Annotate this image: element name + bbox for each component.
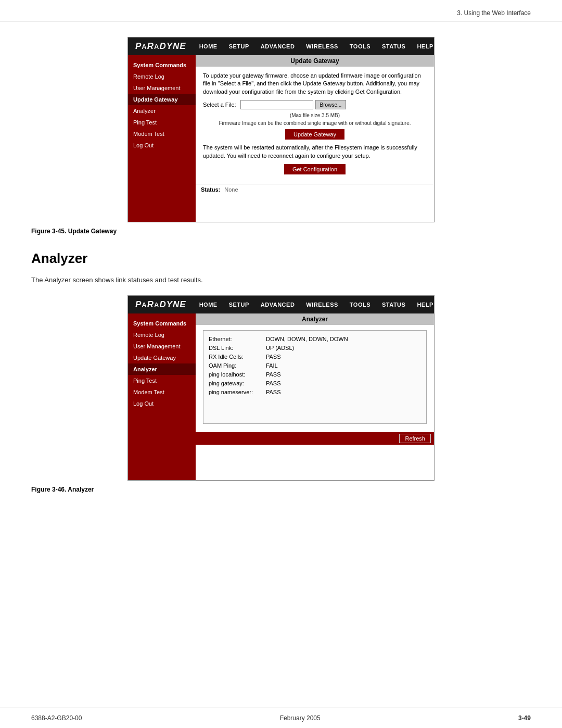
sidebar-user-management-update[interactable]: User Management (128, 82, 196, 94)
analyzer-value: PASS (266, 371, 281, 378)
nav-home-analyzer[interactable]: HOME (194, 296, 223, 313)
nav-setup-update[interactable]: SETUP (223, 37, 255, 55)
status-label: Status: (201, 186, 220, 193)
router-body-analyzer: System Commands Remote Log User Manageme… (128, 313, 434, 480)
nav-setup-analyzer[interactable]: SETUP (223, 296, 255, 313)
footer-right: 3-49 (518, 714, 531, 722)
footer-left: 6388-A2-GB20-00 (31, 714, 82, 722)
update-gateway-content: To update your gateway firmware, choose … (196, 67, 434, 184)
page-footer: 6388-A2-GB20-00 February 2005 3-49 (0, 708, 562, 728)
page-header: 3. Using the Web Interface (0, 0, 562, 21)
analyzer-value: PASS (266, 380, 281, 386)
update-gateway-ui: PARADYNE HOME SETUP ADVANCED WIRELESS TO… (127, 37, 435, 222)
router-main-update: Update Gateway To update your gateway fi… (196, 55, 434, 222)
analyzer-row: ping localhost: PASS (209, 371, 421, 378)
sidebar-modem-test-update[interactable]: Modem Test (128, 128, 196, 140)
analyzer-row: DSL Link: UP (ADSL) (209, 345, 421, 351)
get-configuration-button[interactable]: Get Configuration (284, 164, 346, 174)
sidebar-ping-test-analyzer[interactable]: Ping Test (128, 375, 196, 386)
router-nav-analyzer: PARADYNE HOME SETUP ADVANCED WIRELESS TO… (128, 296, 434, 313)
nav-tools-update[interactable]: TOOLS (344, 37, 376, 55)
status-value: None (224, 186, 238, 193)
analyzer-panel-title: Analyzer (196, 313, 434, 325)
sidebar-update-gateway-update[interactable]: Update Gateway (128, 94, 196, 105)
analyzer-value: DOWN, DOWN, DOWN, DOWN (266, 336, 348, 342)
analyzer-key: DSL Link: (209, 345, 266, 351)
analyzer-ui: PARADYNE HOME SETUP ADVANCED WIRELESS TO… (127, 295, 435, 481)
nav-advanced-analyzer[interactable]: ADVANCED (255, 296, 301, 313)
file-input[interactable] (240, 100, 313, 109)
select-file-row: Select a File: Browse... (203, 100, 427, 109)
refresh-button[interactable]: Refresh (399, 434, 431, 443)
analyzer-key: ping localhost: (209, 371, 266, 378)
router-logo-update: PARADYNE (128, 41, 194, 52)
analyzer-value: FAIL (266, 362, 278, 369)
analyzer-value: UP (ADSL) (266, 345, 294, 351)
analyzer-key: ping nameserver: (209, 389, 266, 395)
footer-center: February 2005 (280, 714, 321, 722)
analyzer-value: PASS (266, 354, 281, 360)
nav-wireless-analyzer[interactable]: WIRELESS (300, 296, 343, 313)
sidebar-system-commands-update[interactable]: System Commands (128, 59, 196, 71)
status-bar: Status: None (196, 184, 434, 195)
sidebar-remote-log-analyzer[interactable]: Remote Log (128, 329, 196, 341)
nav-help-analyzer[interactable]: HELP (411, 296, 439, 313)
router-logo-analyzer: PARADYNE (128, 299, 194, 310)
analyzer-key: OAM Ping: (209, 362, 266, 369)
page-content: PARADYNE HOME SETUP ADVANCED WIRELESS TO… (0, 21, 562, 530)
sidebar-modem-test-analyzer[interactable]: Modem Test (128, 386, 196, 398)
nav-advanced-update[interactable]: ADVANCED (255, 37, 301, 55)
sidebar-remote-log-update[interactable]: Remote Log (128, 71, 196, 82)
analyzer-section-description: The Analyzer screen shows link statuses … (31, 276, 531, 284)
sidebar-log-out-update[interactable]: Log Out (128, 140, 196, 151)
router-main-analyzer: Analyzer Ethernet: DOWN, DOWN, DOWN, DOW… (196, 313, 434, 480)
analyzer-table: Ethernet: DOWN, DOWN, DOWN, DOWN DSL Lin… (203, 330, 427, 424)
header-text: 3. Using the Web Interface (457, 9, 531, 17)
sidebar-ping-test-update[interactable]: Ping Test (128, 117, 196, 128)
restart-note: The system will be restarted automatical… (203, 144, 427, 160)
figure46-caption: Figure 3-46. Analyzer (31, 486, 531, 493)
max-file-size: (Max file size 3.5 MB) (203, 112, 427, 118)
browse-button[interactable]: Browse... (315, 100, 347, 109)
analyzer-content: Ethernet: DOWN, DOWN, DOWN, DOWN DSL Lin… (196, 325, 434, 432)
nav-home-update[interactable]: HOME (194, 37, 223, 55)
update-gateway-title: Update Gateway (196, 55, 434, 67)
nav-status-update[interactable]: STATUS (376, 37, 411, 55)
analyzer-row: ping gateway: PASS (209, 380, 421, 386)
analyzer-row: Ethernet: DOWN, DOWN, DOWN, DOWN (209, 336, 421, 342)
analyzer-key: ping gateway: (209, 380, 266, 386)
router-nav-update: PARADYNE HOME SETUP ADVANCED WIRELESS TO… (128, 37, 434, 55)
refresh-bar: Refresh (196, 432, 434, 445)
sidebar-user-management-analyzer[interactable]: User Management (128, 341, 196, 352)
analyzer-key: Ethernet: (209, 336, 266, 342)
sidebar-update-gateway-analyzer[interactable]: Update Gateway (128, 352, 196, 363)
sidebar-log-out-analyzer[interactable]: Log Out (128, 398, 196, 409)
analyzer-key: RX Idle Cells: (209, 354, 266, 360)
sidebar-analyzer-update[interactable]: Analyzer (128, 105, 196, 117)
analyzer-value: PASS (266, 389, 281, 395)
router-body-update: System Commands Remote Log User Manageme… (128, 55, 434, 222)
analyzer-row: ping nameserver: PASS (209, 389, 421, 395)
nav-items-analyzer: HOME SETUP ADVANCED WIRELESS TOOLS STATU… (194, 296, 439, 313)
analyzer-row: OAM Ping: FAIL (209, 362, 421, 369)
nav-tools-analyzer[interactable]: TOOLS (344, 296, 376, 313)
sidebar-analyzer-analyzer[interactable]: Analyzer (128, 363, 196, 375)
nav-wireless-update[interactable]: WIRELESS (300, 37, 343, 55)
router-sidebar-analyzer: System Commands Remote Log User Manageme… (128, 313, 196, 480)
nav-items-update: HOME SETUP ADVANCED WIRELESS TOOLS STATU… (194, 37, 439, 55)
nav-help-update[interactable]: HELP (411, 37, 439, 55)
figure45-caption: Figure 3-45. Update Gateway (31, 228, 531, 235)
firmware-note: Firmware Image can be the combined singl… (203, 120, 427, 126)
analyzer-section-title: Analyzer (31, 250, 531, 267)
router-sidebar-update: System Commands Remote Log User Manageme… (128, 55, 196, 222)
analyzer-row: RX Idle Cells: PASS (209, 354, 421, 360)
update-gateway-button[interactable]: Update Gateway (285, 129, 344, 140)
select-file-label: Select a File: (203, 102, 236, 108)
nav-status-analyzer[interactable]: STATUS (376, 296, 411, 313)
update-description: To update your gateway firmware, choose … (203, 72, 427, 96)
sidebar-system-commands-analyzer[interactable]: System Commands (128, 318, 196, 329)
